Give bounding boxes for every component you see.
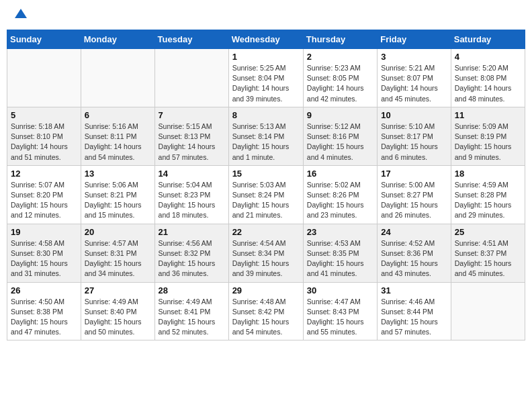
- calendar-day-cell: 27Sunrise: 4:49 AM Sunset: 8:40 PM Dayli…: [81, 282, 154, 340]
- day-info: Sunrise: 4:59 AM Sunset: 8:28 PM Dayligh…: [455, 180, 521, 221]
- calendar-day-cell: 8Sunrise: 5:13 AM Sunset: 8:14 PM Daylig…: [228, 107, 303, 165]
- day-number: 20: [85, 227, 151, 237]
- day-number: 5: [11, 110, 77, 120]
- day-info: Sunrise: 5:15 AM Sunset: 8:13 PM Dayligh…: [159, 122, 225, 163]
- calendar-day-cell: [154, 49, 228, 107]
- day-number: 2: [307, 52, 373, 62]
- day-info: Sunrise: 4:49 AM Sunset: 8:41 PM Dayligh…: [159, 297, 225, 338]
- day-info: Sunrise: 4:50 AM Sunset: 8:38 PM Dayligh…: [11, 297, 77, 338]
- day-info: Sunrise: 5:03 AM Sunset: 8:24 PM Dayligh…: [232, 180, 300, 221]
- day-number: 16: [307, 169, 373, 179]
- day-number: 15: [232, 169, 300, 179]
- calendar-day-cell: 2Sunrise: 5:23 AM Sunset: 8:05 PM Daylig…: [303, 49, 377, 107]
- calendar-week-row: 5Sunrise: 5:18 AM Sunset: 8:10 PM Daylig…: [7, 107, 525, 165]
- calendar-day-cell: 23Sunrise: 4:53 AM Sunset: 8:35 PM Dayli…: [303, 224, 377, 282]
- calendar-day-cell: 16Sunrise: 5:02 AM Sunset: 8:26 PM Dayli…: [303, 165, 377, 224]
- day-number: 12: [11, 169, 77, 179]
- calendar-week-row: 12Sunrise: 5:07 AM Sunset: 8:20 PM Dayli…: [7, 165, 525, 224]
- calendar-day-cell: 24Sunrise: 4:52 AM Sunset: 8:36 PM Dayli…: [378, 224, 451, 282]
- day-info: Sunrise: 4:58 AM Sunset: 8:30 PM Dayligh…: [11, 238, 77, 279]
- calendar-day-cell: 11Sunrise: 5:09 AM Sunset: 8:19 PM Dayli…: [451, 107, 525, 165]
- day-info: Sunrise: 4:53 AM Sunset: 8:35 PM Dayligh…: [307, 238, 373, 279]
- day-number: 17: [381, 169, 447, 179]
- day-info: Sunrise: 5:23 AM Sunset: 8:05 PM Dayligh…: [307, 63, 373, 104]
- day-number: 4: [455, 52, 521, 62]
- calendar-table: SundayMondayTuesdayWednesdayThursdayFrid…: [7, 30, 525, 340]
- day-info: Sunrise: 5:10 AM Sunset: 8:17 PM Dayligh…: [381, 122, 447, 163]
- calendar-day-cell: 20Sunrise: 4:57 AM Sunset: 8:31 PM Dayli…: [81, 224, 154, 282]
- day-number: 6: [85, 110, 151, 120]
- day-number: 30: [307, 285, 373, 295]
- day-number: 28: [159, 285, 225, 295]
- calendar-day-cell: 26Sunrise: 4:50 AM Sunset: 8:38 PM Dayli…: [7, 282, 81, 340]
- day-info: Sunrise: 4:47 AM Sunset: 8:43 PM Dayligh…: [307, 297, 373, 338]
- day-number: 24: [381, 227, 447, 237]
- calendar-day-cell: 25Sunrise: 4:51 AM Sunset: 8:37 PM Dayli…: [451, 224, 525, 282]
- weekday-header-sunday: Sunday: [7, 30, 81, 49]
- day-info: Sunrise: 4:56 AM Sunset: 8:32 PM Dayligh…: [159, 238, 225, 279]
- calendar-day-cell: 17Sunrise: 5:00 AM Sunset: 8:27 PM Dayli…: [378, 165, 451, 224]
- logo: [13, 10, 27, 19]
- calendar-day-cell: 9Sunrise: 5:12 AM Sunset: 8:16 PM Daylig…: [303, 107, 377, 165]
- day-info: Sunrise: 5:12 AM Sunset: 8:16 PM Dayligh…: [307, 122, 373, 163]
- calendar-day-cell: 10Sunrise: 5:10 AM Sunset: 8:17 PM Dayli…: [378, 107, 451, 165]
- day-number: 9: [307, 110, 373, 120]
- calendar-day-cell: [451, 282, 525, 340]
- day-info: Sunrise: 5:04 AM Sunset: 8:23 PM Dayligh…: [159, 180, 225, 221]
- calendar-week-row: 26Sunrise: 4:50 AM Sunset: 8:38 PM Dayli…: [7, 282, 525, 340]
- calendar-day-cell: 21Sunrise: 4:56 AM Sunset: 8:32 PM Dayli…: [154, 224, 228, 282]
- day-info: Sunrise: 5:02 AM Sunset: 8:26 PM Dayligh…: [307, 180, 373, 221]
- day-number: 19: [11, 227, 77, 237]
- weekday-header-monday: Monday: [81, 30, 154, 49]
- day-info: Sunrise: 5:25 AM Sunset: 8:04 PM Dayligh…: [232, 63, 300, 104]
- calendar-day-cell: 13Sunrise: 5:06 AM Sunset: 8:21 PM Dayli…: [81, 165, 154, 224]
- day-info: Sunrise: 4:57 AM Sunset: 8:31 PM Dayligh…: [85, 238, 151, 279]
- weekday-header-friday: Friday: [378, 30, 451, 49]
- day-number: 26: [11, 285, 77, 295]
- day-info: Sunrise: 4:52 AM Sunset: 8:36 PM Dayligh…: [381, 238, 447, 279]
- calendar-day-cell: 18Sunrise: 4:59 AM Sunset: 8:28 PM Dayli…: [451, 165, 525, 224]
- day-info: Sunrise: 5:13 AM Sunset: 8:14 PM Dayligh…: [232, 122, 300, 163]
- day-info: Sunrise: 4:54 AM Sunset: 8:34 PM Dayligh…: [232, 238, 300, 279]
- day-number: 10: [381, 110, 447, 120]
- day-info: Sunrise: 5:09 AM Sunset: 8:19 PM Dayligh…: [455, 122, 521, 163]
- calendar-day-cell: 29Sunrise: 4:48 AM Sunset: 8:42 PM Dayli…: [228, 282, 303, 340]
- calendar-day-cell: 28Sunrise: 4:49 AM Sunset: 8:41 PM Dayli…: [154, 282, 228, 340]
- day-number: 25: [455, 227, 521, 237]
- day-number: 1: [232, 52, 300, 62]
- calendar-day-cell: 30Sunrise: 4:47 AM Sunset: 8:43 PM Dayli…: [303, 282, 377, 340]
- day-info: Sunrise: 5:21 AM Sunset: 8:07 PM Dayligh…: [381, 63, 447, 104]
- calendar-day-cell: 3Sunrise: 5:21 AM Sunset: 8:07 PM Daylig…: [378, 49, 451, 107]
- weekday-header-saturday: Saturday: [451, 30, 525, 49]
- day-info: Sunrise: 4:48 AM Sunset: 8:42 PM Dayligh…: [232, 297, 300, 338]
- weekday-header-wednesday: Wednesday: [228, 30, 303, 49]
- day-info: Sunrise: 5:06 AM Sunset: 8:21 PM Dayligh…: [85, 180, 151, 221]
- calendar-day-cell: 7Sunrise: 5:15 AM Sunset: 8:13 PM Daylig…: [154, 107, 228, 165]
- day-number: 31: [381, 285, 447, 295]
- calendar-day-cell: 4Sunrise: 5:20 AM Sunset: 8:08 PM Daylig…: [451, 49, 525, 107]
- calendar-day-cell: 12Sunrise: 5:07 AM Sunset: 8:20 PM Dayli…: [7, 165, 81, 224]
- day-info: Sunrise: 4:46 AM Sunset: 8:44 PM Dayligh…: [381, 297, 447, 338]
- calendar-day-cell: 14Sunrise: 5:04 AM Sunset: 8:23 PM Dayli…: [154, 165, 228, 224]
- calendar-day-cell: 5Sunrise: 5:18 AM Sunset: 8:10 PM Daylig…: [7, 107, 81, 165]
- day-info: Sunrise: 4:49 AM Sunset: 8:40 PM Dayligh…: [85, 297, 151, 338]
- calendar-day-cell: 19Sunrise: 4:58 AM Sunset: 8:30 PM Dayli…: [7, 224, 81, 282]
- weekday-header-tuesday: Tuesday: [154, 30, 228, 49]
- day-number: 13: [85, 169, 151, 179]
- weekday-header-thursday: Thursday: [303, 30, 377, 49]
- day-number: 23: [307, 227, 373, 237]
- day-number: 14: [159, 169, 225, 179]
- day-number: 8: [232, 110, 300, 120]
- calendar-week-row: 19Sunrise: 4:58 AM Sunset: 8:30 PM Dayli…: [7, 224, 525, 282]
- day-number: 7: [159, 110, 225, 120]
- page-header: [7, 7, 525, 23]
- calendar-week-row: 1Sunrise: 5:25 AM Sunset: 8:04 PM Daylig…: [7, 49, 525, 107]
- day-number: 29: [232, 285, 300, 295]
- calendar-day-cell: 22Sunrise: 4:54 AM Sunset: 8:34 PM Dayli…: [228, 224, 303, 282]
- calendar-day-cell: 31Sunrise: 4:46 AM Sunset: 8:44 PM Dayli…: [378, 282, 451, 340]
- calendar-day-cell: [7, 49, 81, 107]
- day-info: Sunrise: 5:18 AM Sunset: 8:10 PM Dayligh…: [11, 122, 77, 163]
- day-number: 21: [159, 227, 225, 237]
- calendar-day-cell: [81, 49, 154, 107]
- calendar-day-cell: 15Sunrise: 5:03 AM Sunset: 8:24 PM Dayli…: [228, 165, 303, 224]
